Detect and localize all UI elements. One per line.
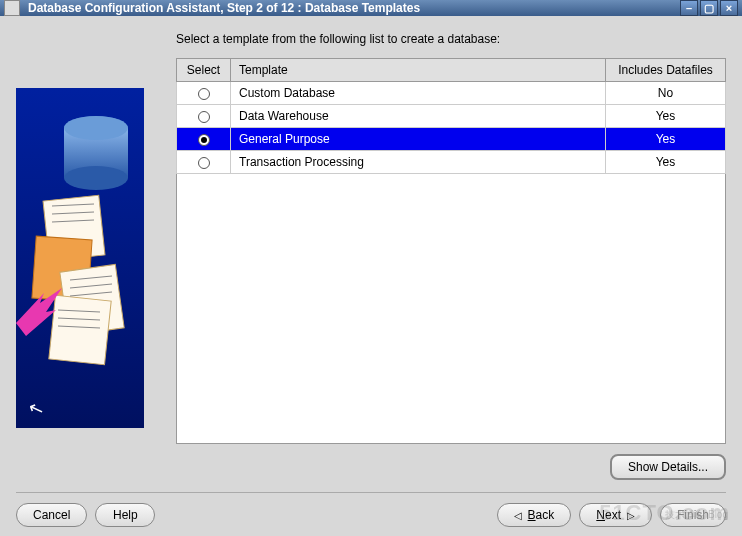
- table-row[interactable]: Data Warehouse Yes: [177, 105, 726, 128]
- close-button[interactable]: ×: [720, 0, 738, 16]
- table-row[interactable]: Transaction Processing Yes: [177, 151, 726, 174]
- window-controls: – ▢ ×: [680, 0, 738, 16]
- wizard-illustration: ↖: [16, 88, 144, 428]
- minimize-button[interactable]: –: [680, 0, 698, 16]
- cell-includes: Yes: [606, 105, 726, 128]
- cell-template: Custom Database: [231, 82, 606, 105]
- maximize-button[interactable]: ▢: [700, 0, 718, 16]
- app-icon: [4, 0, 20, 16]
- svg-rect-7: [49, 295, 111, 365]
- next-button[interactable]: Next ▷: [579, 503, 652, 527]
- main-panel: ↖ Select a template from the following l…: [0, 16, 742, 444]
- button-bar: Cancel Help ◁ Back Next ▷ Finish: [0, 493, 742, 536]
- radio-custom-database[interactable]: [198, 88, 210, 100]
- cell-template: Data Warehouse: [231, 105, 606, 128]
- instruction-text: Select a template from the following lis…: [176, 32, 726, 46]
- cell-includes: Yes: [606, 128, 726, 151]
- cell-template: Transaction Processing: [231, 151, 606, 174]
- details-row: Show Details...: [0, 444, 742, 490]
- help-button[interactable]: Help: [95, 503, 155, 527]
- svg-point-3: [64, 116, 128, 140]
- cell-template: General Purpose: [231, 128, 606, 151]
- radio-general-purpose[interactable]: [198, 134, 210, 146]
- template-table: Select Template Includes Datafiles Custo…: [176, 58, 726, 174]
- window: Database Configuration Assistant, Step 2…: [0, 0, 742, 536]
- titlebar: Database Configuration Assistant, Step 2…: [0, 0, 742, 16]
- svg-point-2: [64, 166, 128, 190]
- col-includes: Includes Datafiles: [606, 59, 726, 82]
- content-area: ↖ Select a template from the following l…: [0, 16, 742, 536]
- col-template: Template: [231, 59, 606, 82]
- finish-button: Finish: [660, 503, 726, 527]
- chevron-left-icon: ◁: [514, 510, 522, 521]
- col-select: Select: [177, 59, 231, 82]
- radio-transaction-processing[interactable]: [198, 157, 210, 169]
- cell-includes: Yes: [606, 151, 726, 174]
- back-button[interactable]: ◁ Back: [497, 503, 572, 527]
- right-panel: Select a template from the following lis…: [160, 16, 742, 444]
- table-empty-area: [176, 174, 726, 444]
- show-details-button[interactable]: Show Details...: [610, 454, 726, 480]
- radio-data-warehouse[interactable]: [198, 111, 210, 123]
- table-row[interactable]: Custom Database No: [177, 82, 726, 105]
- table-header-row: Select Template Includes Datafiles: [177, 59, 726, 82]
- cell-includes: No: [606, 82, 726, 105]
- window-title: Database Configuration Assistant, Step 2…: [28, 1, 680, 15]
- cancel-button[interactable]: Cancel: [16, 503, 87, 527]
- table-row[interactable]: General Purpose Yes: [177, 128, 726, 151]
- chevron-right-icon: ▷: [627, 510, 635, 521]
- left-panel: ↖: [0, 16, 160, 444]
